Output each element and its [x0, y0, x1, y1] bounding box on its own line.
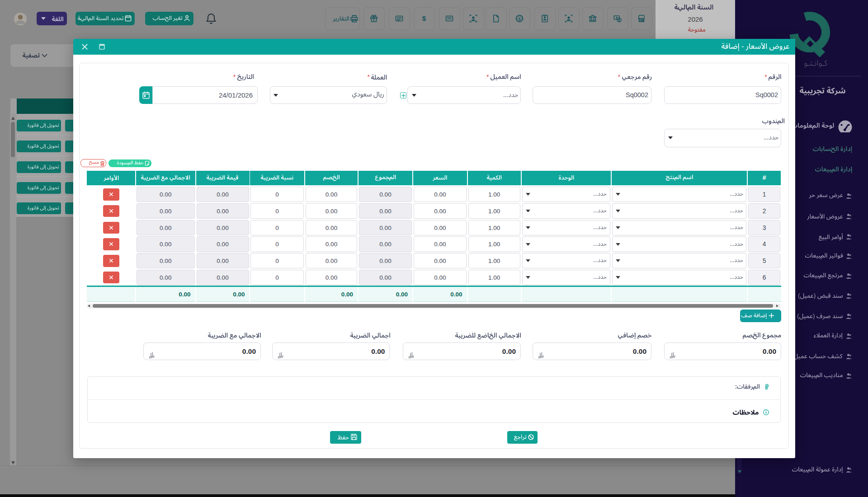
svg-text:$: $	[518, 17, 520, 21]
svg-text:$: $	[422, 14, 426, 22]
